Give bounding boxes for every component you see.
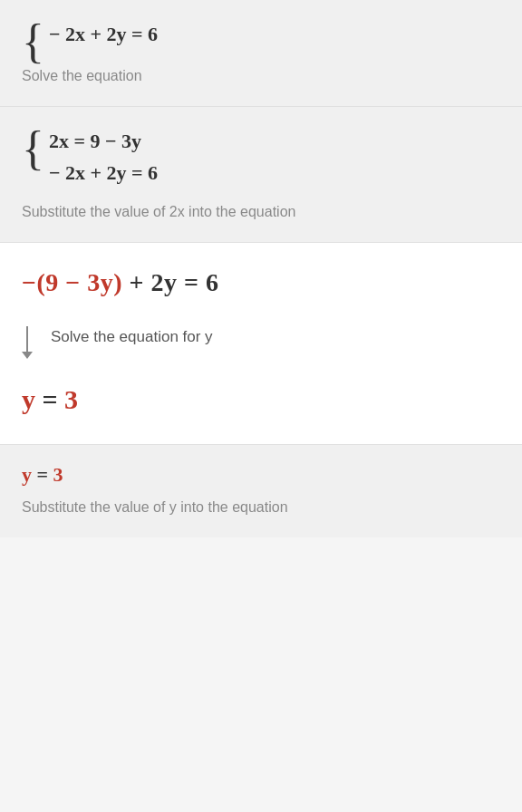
equation-tail: + 2y = 6 [122, 268, 218, 296]
top-equation-line: − 2x + 2y = 6 [49, 18, 500, 50]
bottom-y: y [22, 463, 32, 486]
top-brace: { [22, 18, 44, 65]
result-y: y [22, 384, 35, 414]
bottom-value: 3 [53, 463, 63, 486]
down-arrow [22, 326, 33, 359]
bottom-section: y = 3 Substitute the value of y into the… [0, 445, 522, 537]
main-section: −(9 − 3y) + 2y = 6 Solve the equation fo… [0, 243, 522, 445]
top-equation-system: { − 2x + 2y = 6 [22, 18, 500, 50]
main-equation: −(9 − 3y) + 2y = 6 [22, 268, 500, 297]
minus-sign: − [22, 268, 36, 296]
top-instruction: Solve the equation [22, 68, 500, 84]
result-value: 3 [64, 384, 78, 414]
bottom-result: y = 3 [22, 463, 500, 487]
top-section: { − 2x + 2y = 6 Solve the equation [0, 0, 522, 107]
result-equals: = [35, 384, 64, 414]
paren-content: 9 − 3y [45, 268, 113, 296]
middle-brace: { [22, 125, 44, 172]
top-equation-text: − 2x + 2y = 6 [49, 23, 158, 45]
arrow-row: Solve the equation for y [22, 323, 500, 359]
middle-equation-line2: − 2x + 2y = 6 [49, 157, 500, 188]
solve-instruction: Solve the equation for y [51, 323, 213, 346]
close-paren: ) [113, 268, 122, 296]
main-result: y = 3 [22, 384, 500, 415]
open-paren: ( [36, 268, 45, 296]
middle-section: { 2x = 9 − 3y − 2x + 2y = 6 Substitute t… [0, 107, 522, 242]
arrow-head [22, 352, 33, 359]
bottom-instruction: Substitute the value of y into the equat… [22, 499, 500, 516]
bottom-equals: = [32, 463, 53, 486]
middle-equation-system: { 2x = 9 − 3y − 2x + 2y = 6 [22, 125, 500, 188]
middle-instruction: Substitute the value of 2x into the equa… [22, 204, 500, 220]
middle-equation-line1: 2x = 9 − 3y [49, 125, 500, 157]
arrow-line [26, 326, 28, 352]
